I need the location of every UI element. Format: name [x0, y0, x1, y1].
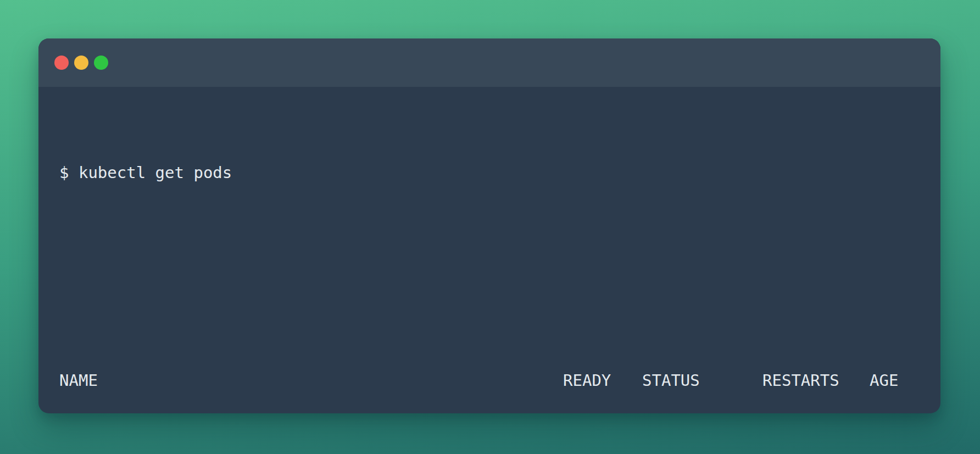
pods-table: NAME READY STATUS RESTARTS AGE batch-che… — [59, 323, 940, 413]
table-header-row: NAME READY STATUS RESTARTS AGE — [59, 369, 940, 392]
column-header-name: NAME — [59, 369, 563, 392]
column-header-ready: READY — [563, 369, 642, 392]
close-button[interactable] — [54, 56, 69, 70]
column-header-restarts: RESTARTS — [762, 369, 870, 392]
blank-line — [59, 230, 940, 253]
terminal-content[interactable]: $ kubectl get pods NAME READY STATUS RES… — [38, 87, 940, 413]
minimize-button[interactable] — [74, 56, 88, 70]
command-line: $ kubectl get pods — [59, 161, 940, 184]
column-header-status: STATUS — [642, 369, 762, 392]
maximize-button[interactable] — [94, 56, 108, 70]
column-header-age: AGE — [870, 369, 940, 392]
terminal-window: $ kubectl get pods NAME READY STATUS RES… — [38, 38, 940, 413]
window-titlebar[interactable] — [38, 38, 940, 87]
